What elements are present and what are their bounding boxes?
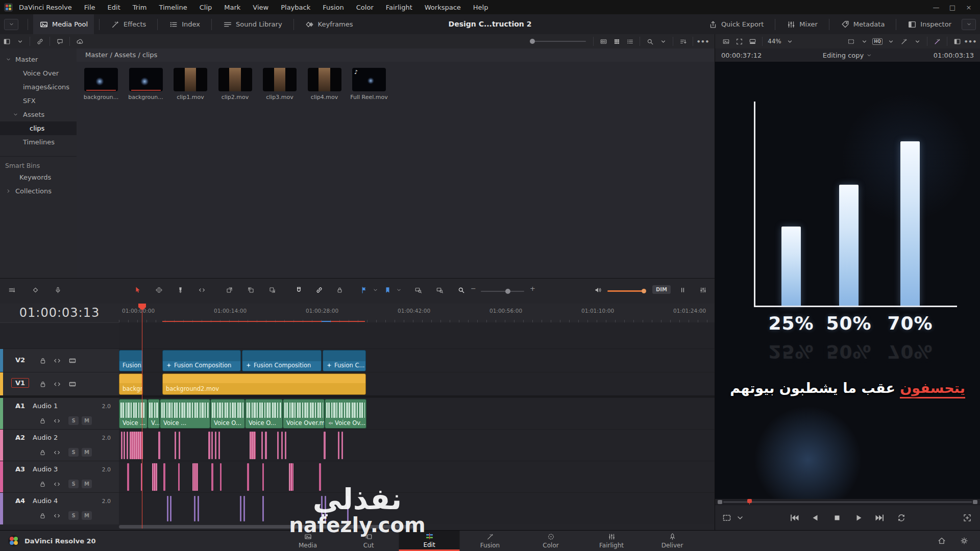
list-view-icon[interactable]: [623, 38, 636, 45]
minimize-button[interactable]: —: [929, 4, 943, 11]
tab-fairlight[interactable]: Fairlight: [581, 531, 642, 551]
audio-meters-icon[interactable]: [676, 286, 689, 294]
audio-hit-clip[interactable]: [285, 432, 286, 459]
audio-hit-clip[interactable]: [262, 463, 264, 491]
search-scope-chevron-icon[interactable]: [656, 38, 670, 45]
keyframes-button[interactable]: Keyframes: [299, 14, 359, 34]
settings-gear-icon[interactable]: [960, 536, 969, 545]
app-logo-icon[interactable]: [4, 3, 13, 12]
audio-hit-clip[interactable]: [211, 432, 213, 459]
track-a3-lane[interactable]: [119, 461, 715, 493]
bin-assets[interactable]: Assets: [0, 108, 77, 121]
audio-clip[interactable]: Voice ...: [119, 399, 148, 429]
out-point-handle[interactable]: [973, 500, 977, 504]
video-clip[interactable]: background2.mov: [162, 373, 366, 395]
audio-hit-clip[interactable]: [215, 432, 216, 459]
mute-button[interactable]: M: [82, 511, 92, 520]
fusion-clip[interactable]: Fusion Composition: [242, 350, 322, 371]
position-lock-icon[interactable]: [333, 286, 346, 294]
menu-fusion[interactable]: Fusion: [316, 4, 350, 11]
custom-zoom-icon[interactable]: [454, 286, 468, 294]
audio-hit-clip[interactable]: [281, 432, 283, 459]
audio-hit-clip[interactable]: [325, 496, 326, 521]
enhance-icon[interactable]: [897, 38, 911, 45]
audio-clip[interactable]: Voice ...: [160, 399, 210, 429]
video-preview[interactable]: 25% 50% 70% 25% 50% 70% يتحسفون عقب ما ي…: [715, 62, 980, 499]
bin-clips[interactable]: clips: [0, 121, 77, 135]
dim-button[interactable]: DIM: [652, 285, 671, 294]
in-point-handle[interactable]: [718, 500, 722, 504]
snapping-magnet-icon[interactable]: [292, 286, 305, 294]
card-view-icon[interactable]: [597, 38, 610, 45]
viewer-playhead[interactable]: [747, 499, 752, 503]
play-reverse-button[interactable]: [811, 513, 821, 523]
menu-help[interactable]: Help: [467, 4, 495, 11]
audio-clip[interactable]: Voice Ov...: [325, 399, 366, 429]
media-clip[interactable]: ♪Full Reel.mov: [352, 68, 386, 101]
tab-media[interactable]: Media: [278, 531, 338, 551]
panel-collapse-dropdown[interactable]: [962, 19, 976, 30]
tab-edit[interactable]: Edit: [399, 531, 460, 551]
menu-file[interactable]: File: [78, 4, 102, 11]
timeline-ruler[interactable]: 01:00:00:0001:00:14:0001:00:28:0001:00:4…: [119, 304, 715, 323]
dynamic-trim-icon[interactable]: [195, 286, 208, 294]
track-header-a1[interactable]: A1 Audio 1 2.0 S M: [0, 397, 119, 430]
audio-hit-clip[interactable]: [194, 496, 195, 521]
fusion-clip[interactable]: Fusion C...: [323, 350, 366, 371]
audio-hit-clip[interactable]: [192, 463, 198, 491]
media-clip[interactable]: backgroun...: [84, 68, 118, 101]
audio-hit-clip[interactable]: [240, 496, 241, 521]
audio-hit-clip[interactable]: [220, 463, 222, 491]
comments-icon[interactable]: [53, 38, 66, 45]
go-to-end-button[interactable]: [875, 513, 885, 523]
audio-clip[interactable]: V...: [148, 399, 160, 429]
audio-hit-clip[interactable]: [218, 432, 220, 459]
mixer-button[interactable]: Mixer: [780, 14, 823, 34]
solo-button[interactable]: S: [68, 480, 79, 488]
audio-hit-clip[interactable]: [338, 432, 339, 459]
sort-icon[interactable]: [676, 38, 690, 45]
audio-hit-clip[interactable]: [341, 432, 343, 459]
menu-view[interactable]: View: [247, 4, 275, 11]
bin-sfx[interactable]: SFX: [0, 94, 77, 108]
audio-hit-clip[interactable]: [170, 496, 172, 521]
timeline-horizontal-scrollbar[interactable]: [119, 525, 413, 529]
audio-hit-clip[interactable]: [167, 496, 168, 521]
bin-voice-over[interactable]: Voice Over: [0, 66, 77, 80]
audio-hit-clip[interactable]: [261, 432, 263, 459]
media-pool-button[interactable]: Media Pool: [33, 14, 94, 34]
audio-hit-clip[interactable]: [152, 463, 157, 491]
flag-chevron-icon[interactable]: [369, 286, 382, 294]
mute-button[interactable]: M: [82, 480, 92, 488]
trim-edit-mode-icon[interactable]: [152, 286, 165, 294]
cloud-sync-icon[interactable]: [73, 38, 86, 45]
viewer-zoom-level[interactable]: 44%: [766, 38, 783, 45]
video-clip[interactable]: backgr..: [119, 373, 143, 395]
zoom-in-button[interactable]: +: [530, 285, 535, 292]
home-icon[interactable]: [937, 536, 946, 545]
audio-hit-clip[interactable]: [163, 463, 165, 491]
viewer-more-icon[interactable]: •••: [964, 38, 977, 45]
viewer-layout-icon[interactable]: [746, 38, 759, 45]
audio-clip[interactable]: Voice Over.mp3: [283, 399, 325, 429]
thumbnail-size-slider[interactable]: [530, 41, 586, 42]
track-header-v1[interactable]: V1: [0, 372, 119, 396]
insert-clip-icon[interactable]: [223, 286, 236, 294]
audio-hit-clip[interactable]: [324, 432, 326, 459]
mute-button[interactable]: M: [82, 416, 92, 425]
audio-hit-clip[interactable]: [121, 432, 122, 459]
audio-hit-clip[interactable]: [124, 432, 125, 459]
audio-hit-clip[interactable]: [198, 496, 199, 521]
relink-icon[interactable]: [33, 38, 46, 45]
bin-images-icons[interactable]: images&icons: [0, 80, 77, 94]
timeline-options-icon[interactable]: [5, 286, 18, 294]
audio-hit-clip[interactable]: [179, 432, 180, 459]
menu-workspace[interactable]: Workspace: [419, 4, 467, 11]
gang-mode-icon[interactable]: [844, 38, 857, 45]
playhead-line[interactable]: [142, 304, 142, 529]
track-a2-lane[interactable]: [119, 429, 715, 461]
menu-fairlight[interactable]: Fairlight: [380, 4, 419, 11]
menu-edit[interactable]: Edit: [102, 4, 127, 11]
go-to-start-button[interactable]: [789, 513, 799, 523]
solo-button[interactable]: S: [68, 511, 79, 520]
